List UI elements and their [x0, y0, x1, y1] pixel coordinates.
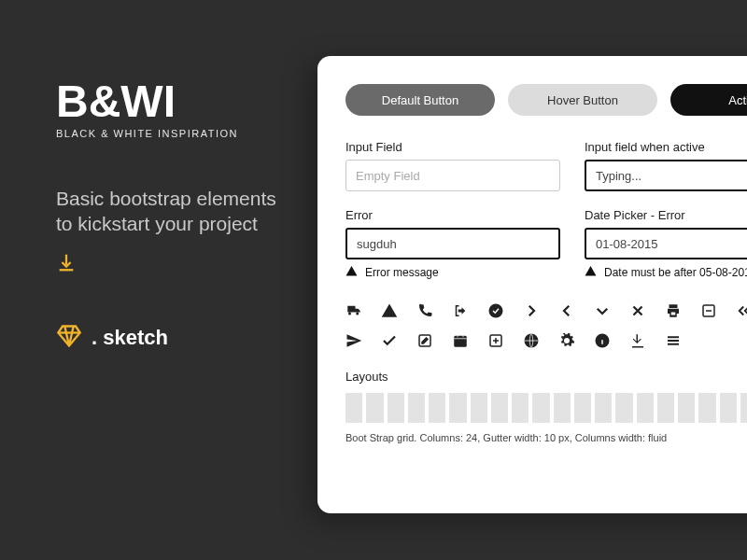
- sketch-label: . sketch: [92, 326, 168, 350]
- tagline: Basic bootstrap elements to kickstart yo…: [56, 186, 280, 237]
- logout-icon: [452, 302, 478, 319]
- download-icon[interactable]: [56, 252, 280, 276]
- date-field-label: Date Picker - Error: [585, 208, 747, 222]
- hover-button[interactable]: Hover Button: [508, 84, 657, 116]
- date-error-message: Date must be after 05-08-2015: [604, 266, 747, 279]
- active-button[interactable]: Active: [670, 84, 747, 116]
- empty-input[interactable]: [345, 160, 560, 191]
- sketch-icon: [56, 323, 82, 353]
- svg-point-0: [489, 304, 503, 318]
- svg-rect-3: [454, 336, 467, 347]
- chevron-down-icon: [594, 302, 620, 319]
- brand-subtitle: BLACK & WHITE INSPIRATION: [56, 128, 280, 139]
- chevron-right-icon: [523, 302, 549, 319]
- input-field-label: Input Field: [345, 140, 560, 154]
- gear-icon: [558, 332, 585, 349]
- check-circle-icon: [487, 302, 514, 319]
- error-message: Error message: [365, 266, 439, 279]
- warning-icon: [345, 265, 358, 280]
- globe-icon: [523, 332, 549, 349]
- print-icon: [665, 302, 691, 319]
- close-icon: [629, 302, 655, 319]
- phone-icon: [416, 302, 443, 319]
- brand-logo: B&WI: [56, 79, 280, 124]
- error-input[interactable]: [345, 228, 560, 259]
- error-field-label: Error: [345, 208, 560, 222]
- menu-icon: [665, 332, 691, 349]
- grid-caption: Boot Strap grid. Columns: 24, Gutter wid…: [345, 432, 747, 443]
- calendar-icon: [452, 332, 478, 349]
- active-input[interactable]: [585, 160, 747, 191]
- plus-square-icon: [487, 332, 514, 349]
- icon-grid: [345, 302, 747, 349]
- check-icon: [381, 332, 407, 349]
- edit-icon: [416, 332, 443, 349]
- warning-icon: [585, 265, 597, 280]
- truck-icon: [345, 302, 372, 319]
- preview-panel: Default Button Hover Button Active Input…: [317, 56, 747, 513]
- download-icon: [629, 332, 655, 349]
- active-field-label: Input field when active: [585, 140, 747, 154]
- grid-preview: [345, 393, 747, 423]
- chevron-left-icon: [558, 302, 585, 319]
- minus-square-icon: [700, 302, 726, 319]
- date-input[interactable]: [585, 228, 747, 259]
- default-button[interactable]: Default Button: [345, 84, 495, 116]
- warning-icon: [381, 302, 407, 319]
- info-icon: [594, 332, 620, 349]
- send-icon: [345, 332, 372, 349]
- chevrons-left-icon: [736, 302, 747, 319]
- layouts-label: Layouts: [345, 370, 747, 384]
